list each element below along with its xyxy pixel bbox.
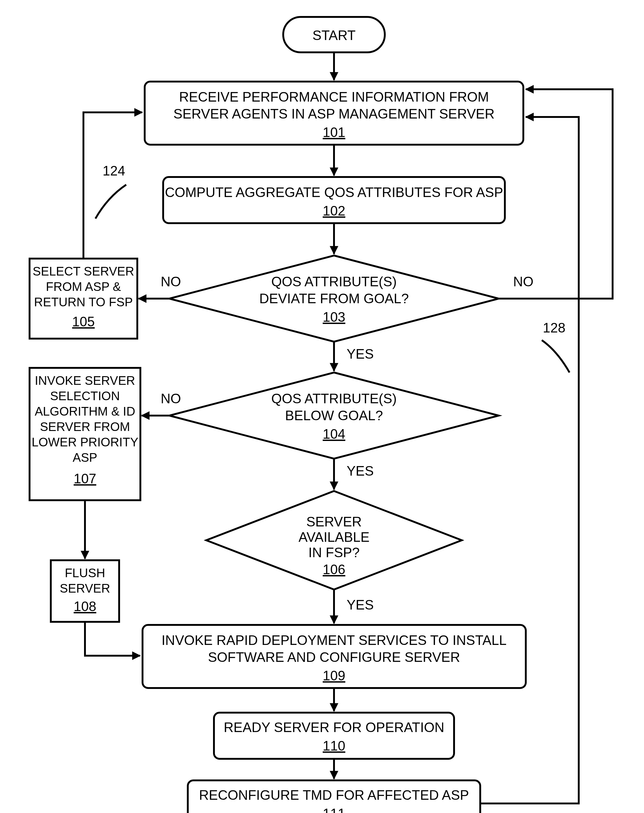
svg-text:110: 110 bbox=[323, 738, 345, 753]
svg-text:IN FSP?: IN FSP? bbox=[308, 545, 360, 560]
node-106: SERVER AVAILABLE IN FSP? 106 bbox=[206, 491, 462, 589]
svg-text:COMPUTE AGGREGATE QOS ATTRIBUT: COMPUTE AGGREGATE QOS ATTRIBUTES FOR ASP bbox=[165, 185, 503, 200]
label-128: 128 bbox=[543, 320, 565, 335]
svg-text:FLUSH: FLUSH bbox=[64, 566, 105, 580]
svg-text:INVOKE RAPID DEPLOYMENT SERVIC: INVOKE RAPID DEPLOYMENT SERVICES TO INST… bbox=[162, 633, 507, 648]
svg-text:QOS ATTRIBUTE(S): QOS ATTRIBUTE(S) bbox=[271, 274, 397, 289]
start-terminator: START bbox=[283, 17, 385, 52]
node-111: RECONFIGURE TMD FOR AFFECTED ASP 111 bbox=[188, 780, 480, 813]
svg-text:AVAILABLE: AVAILABLE bbox=[299, 529, 370, 545]
label-yes-103: YES bbox=[347, 346, 374, 361]
edge-105-101 bbox=[83, 112, 142, 259]
flowchart: START RECEIVE PERFORMANCE INFORMATION FR… bbox=[0, 0, 644, 813]
svg-text:ASP: ASP bbox=[73, 451, 97, 464]
svg-text:101: 101 bbox=[323, 125, 345, 140]
svg-text:SERVER: SERVER bbox=[306, 514, 362, 529]
node-110: READY SERVER FOR OPERATION 110 bbox=[214, 713, 454, 759]
svg-text:LOWER PRIORITY: LOWER PRIORITY bbox=[32, 435, 138, 449]
svg-text:102: 102 bbox=[323, 203, 345, 218]
leader-128 bbox=[542, 340, 569, 373]
svg-text:108: 108 bbox=[74, 599, 96, 614]
label-no-104: NO bbox=[161, 391, 181, 406]
svg-text:FROM ASP &: FROM ASP & bbox=[46, 280, 121, 293]
svg-text:RETURN TO FSP: RETURN TO FSP bbox=[34, 295, 133, 309]
label-yes-104: YES bbox=[347, 463, 374, 479]
svg-text:111: 111 bbox=[323, 806, 345, 813]
svg-text:109: 109 bbox=[323, 668, 345, 683]
svg-text:BELOW GOAL?: BELOW GOAL? bbox=[285, 408, 383, 423]
svg-text:SERVER FROM: SERVER FROM bbox=[40, 420, 130, 433]
label-no-103-right: NO bbox=[513, 274, 534, 289]
node-109: INVOKE RAPID DEPLOYMENT SERVICES TO INST… bbox=[143, 625, 526, 688]
svg-text:104: 104 bbox=[323, 426, 345, 442]
node-108: FLUSH SERVER 108 bbox=[51, 560, 119, 622]
node-107: INVOKE SERVER SELECTION ALGORITHM & ID S… bbox=[29, 368, 140, 500]
svg-text:RECONFIGURE TMD FOR AFFECTED A: RECONFIGURE TMD FOR AFFECTED ASP bbox=[199, 787, 469, 802]
svg-text:INVOKE SERVER: INVOKE SERVER bbox=[35, 374, 135, 387]
svg-text:SERVER AGENTS IN ASP MANAGEMEN: SERVER AGENTS IN ASP MANAGEMENT SERVER bbox=[173, 106, 494, 121]
svg-text:ALGORITHM & ID: ALGORITHM & ID bbox=[35, 405, 135, 418]
svg-text:READY SERVER FOR OPERATION: READY SERVER FOR OPERATION bbox=[224, 720, 444, 735]
node-103: QOS ATTRIBUTE(S) DEVIATE FROM GOAL? 103 bbox=[169, 256, 499, 342]
svg-text:RECEIVE PERFORMANCE INFORMATIO: RECEIVE PERFORMANCE INFORMATION FROM bbox=[179, 89, 489, 104]
svg-text:107: 107 bbox=[74, 471, 96, 486]
node-102: COMPUTE AGGREGATE QOS ATTRIBUTES FOR ASP… bbox=[163, 177, 505, 223]
node-105: SELECT SERVER FROM ASP & RETURN TO FSP 1… bbox=[29, 259, 137, 339]
svg-text:SELECT SERVER: SELECT SERVER bbox=[33, 264, 134, 278]
svg-text:106: 106 bbox=[323, 562, 345, 577]
svg-text:SERVER: SERVER bbox=[60, 581, 110, 595]
svg-text:SOFTWARE AND CONFIGURE SERVER: SOFTWARE AND CONFIGURE SERVER bbox=[208, 650, 460, 665]
label-124: 124 bbox=[103, 163, 125, 178]
start-label: START bbox=[313, 28, 356, 43]
svg-text:SELECTION: SELECTION bbox=[50, 389, 120, 403]
edge-108-109 bbox=[85, 622, 140, 656]
leader-124 bbox=[95, 185, 126, 219]
node-104: QOS ATTRIBUTE(S) BELOW GOAL? 104 bbox=[169, 373, 499, 459]
svg-text:103: 103 bbox=[323, 309, 345, 324]
svg-text:DEVIATE FROM GOAL?: DEVIATE FROM GOAL? bbox=[259, 291, 409, 306]
svg-text:QOS ATTRIBUTE(S): QOS ATTRIBUTE(S) bbox=[271, 391, 397, 406]
label-no-103-left: NO bbox=[161, 274, 181, 289]
label-yes-106: YES bbox=[347, 597, 374, 612]
svg-text:105: 105 bbox=[72, 314, 95, 329]
node-101: RECEIVE PERFORMANCE INFORMATION FROM SER… bbox=[145, 81, 523, 145]
